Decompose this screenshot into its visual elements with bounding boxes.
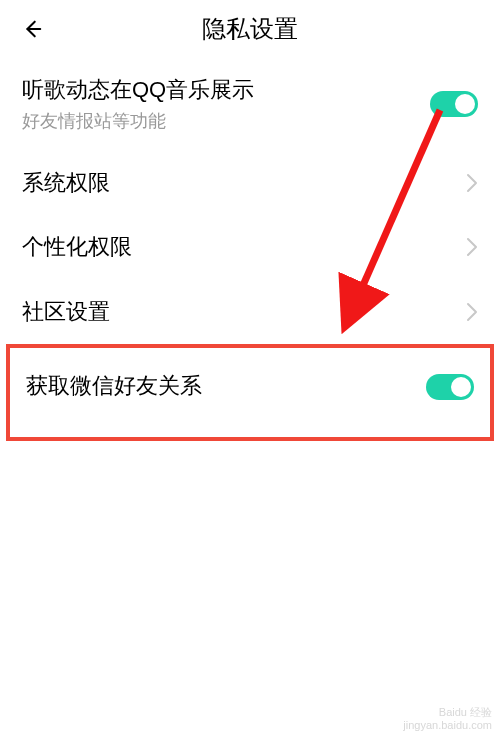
watermark-line: Baidu 经验 [403,706,492,719]
item-community-settings[interactable]: 社区设置 [0,280,500,345]
item-title: 个性化权限 [22,233,132,262]
header: 隐私设置 [0,0,500,58]
item-title: 听歌动态在QQ音乐展示 [22,76,254,105]
item-text: 系统权限 [22,169,110,198]
item-title: 社区设置 [22,298,110,327]
item-music-display[interactable]: 听歌动态在QQ音乐展示 好友情报站等功能 [0,58,500,151]
item-personalization[interactable]: 个性化权限 [0,215,500,280]
item-text: 个性化权限 [22,233,132,262]
item-text: 听歌动态在QQ音乐展示 好友情报站等功能 [22,76,254,133]
page-title: 隐私设置 [202,13,298,45]
toggle-wechat-friends[interactable] [426,374,474,400]
settings-list: 听歌动态在QQ音乐展示 好友情报站等功能 系统权限 个性化权限 社区设置 [0,58,500,441]
watermark-line: jingyan.baidu.com [403,719,492,732]
chevron-right-icon [466,302,478,322]
item-system-permissions[interactable]: 系统权限 [0,151,500,216]
annotation-highlight-box: 获取微信好友关系 [6,344,494,441]
back-arrow-icon [21,18,43,40]
item-text: 社区设置 [22,298,110,327]
item-subtitle: 好友情报站等功能 [22,109,254,133]
item-text: 获取微信好友关系 [26,372,202,401]
item-title: 获取微信好友关系 [26,372,202,401]
watermark: Baidu 经验 jingyan.baidu.com [403,706,492,732]
item-wechat-friends[interactable]: 获取微信好友关系 [10,348,490,437]
item-title: 系统权限 [22,169,110,198]
back-button[interactable] [16,13,48,45]
toggle-music-display[interactable] [430,91,478,117]
chevron-right-icon [466,237,478,257]
chevron-right-icon [466,173,478,193]
